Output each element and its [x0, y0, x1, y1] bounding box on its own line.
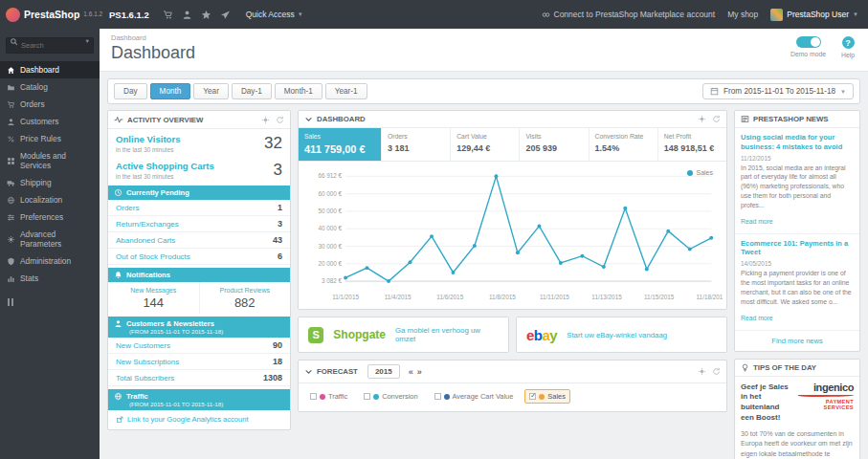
- folder-icon: [7, 83, 15, 92]
- filter-year-button[interactable]: Year: [193, 83, 229, 99]
- ebay-link[interactable]: Start uw eBay-winkel vandaag: [567, 331, 667, 339]
- news-article: Ecommerce 101: Payments in a Tweet 14/05…: [735, 234, 859, 331]
- pending-returns-link[interactable]: Return/Exchanges: [116, 220, 179, 229]
- pending-row: Abandoned Carts 43: [108, 232, 290, 249]
- sales-line-chart[interactable]: 66 912 €60 000 €50 000 €40 000 €30 000 €…: [302, 165, 723, 309]
- online-visitors-link[interactable]: Online Visitors: [116, 134, 181, 145]
- sidebar-item-customers[interactable]: Customers: [0, 113, 100, 130]
- refresh-icon[interactable]: [712, 115, 721, 123]
- svg-text:11/6/2015: 11/6/2015: [436, 294, 463, 300]
- gear-icon[interactable]: [698, 115, 706, 123]
- read-more-link[interactable]: Read more: [741, 315, 773, 321]
- active-carts-metric: Active Shopping Carts in the last 30 min…: [108, 156, 290, 183]
- sidebar-item-label: Orders: [20, 99, 45, 109]
- online-visitors-sub: in the last 30 minutes: [116, 146, 181, 153]
- sidebar-item-orders[interactable]: Orders: [0, 96, 100, 113]
- forecast-sales-toggle[interactable]: Sales: [524, 389, 570, 404]
- refresh-icon[interactable]: [276, 116, 284, 124]
- demo-mode-toggle[interactable]: [796, 36, 821, 48]
- kpi-orders[interactable]: Orders 3 181: [382, 128, 451, 161]
- date-range-picker[interactable]: From 2015-11-01 To 2015-11-18 ▼: [702, 83, 854, 99]
- news-article-title[interactable]: Using social media for your business: 4 …: [741, 133, 854, 152]
- shopgate-name: Shopgate: [333, 328, 386, 341]
- gear-icon[interactable]: [261, 116, 270, 124]
- sidebar-collapse-button[interactable]: [8, 298, 92, 306]
- sidebar-item-administration[interactable]: Administration: [0, 252, 100, 270]
- kpi-net-profit[interactable]: Net Profit 148 918,51 €: [658, 128, 726, 161]
- currently-pending-header: Currently Pending: [108, 186, 290, 200]
- filter-year-1-button[interactable]: Year-1: [325, 83, 367, 99]
- filter-day-1-button[interactable]: Day-1: [232, 83, 272, 99]
- new-customers-link[interactable]: New Customers: [116, 341, 170, 350]
- kpi-visits[interactable]: Visits 205 939: [520, 128, 589, 161]
- forecast-year-select[interactable]: 2015: [367, 364, 400, 379]
- marketplace-link[interactable]: Connect to PrestaShop Marketplace accoun…: [542, 10, 716, 19]
- forecast-traffic-toggle[interactable]: Traffic: [305, 389, 352, 404]
- previous-page-icon[interactable]: «: [409, 367, 413, 377]
- sidebar-item-stats[interactable]: Stats: [0, 270, 100, 287]
- kpi-conversion-rate[interactable]: Conversion Rate 1.54%: [590, 128, 658, 161]
- find-more-news-link[interactable]: Find more news: [735, 331, 859, 351]
- total-subscribers-link[interactable]: Total Subscribers: [116, 374, 174, 382]
- activity-overview-panel: ACTIVITY OVERVIEW Online Visitors in the…: [107, 110, 291, 430]
- sidebar-search: ▼: [6, 34, 94, 54]
- star-icon[interactable]: [201, 10, 211, 20]
- sidebar-item-price-rules[interactable]: Price Rules: [0, 130, 100, 147]
- kpi-sales[interactable]: Sales 411 759,00 €: [299, 128, 382, 161]
- active-carts-link[interactable]: Active Shopping Carts: [116, 161, 214, 172]
- chevron-down-icon[interactable]: [304, 115, 313, 123]
- pending-orders-link[interactable]: Orders: [116, 204, 139, 212]
- chevron-down-icon[interactable]: ▼: [85, 38, 90, 44]
- help-icon[interactable]: ?: [842, 36, 855, 49]
- brand-logo-box[interactable]: PrestaShop 1.6.1.2: [0, 8, 100, 22]
- person-icon[interactable]: [182, 10, 192, 20]
- new-subscriptions-link[interactable]: New Subscriptions: [116, 358, 179, 366]
- sidebar-item-localization[interactable]: Localization: [0, 191, 100, 208]
- gear-icon[interactable]: [698, 367, 706, 376]
- svg-text:11/8/2015: 11/8/2015: [489, 294, 516, 300]
- new-messages-cell[interactable]: New Messages 144: [108, 282, 199, 314]
- shopgate-link[interactable]: Ga mobiel en verhoog uw omzet: [395, 326, 499, 343]
- filter-month-button[interactable]: Month: [150, 83, 191, 99]
- out-of-stock-link[interactable]: Out of Stock Products: [116, 252, 190, 261]
- google-analytics-link[interactable]: Link to your Google Analytics account: [108, 410, 290, 429]
- product-reviews-cell[interactable]: Product Reviews 882: [199, 282, 291, 314]
- filter-month-1-button[interactable]: Month-1: [275, 83, 323, 99]
- shop-name[interactable]: PS1.6.1.2: [109, 10, 149, 20]
- breadcrumb[interactable]: Dashboard: [111, 33, 857, 42]
- user-menu[interactable]: PrestaShop User ▼: [770, 9, 858, 21]
- kpi-cart-value[interactable]: Cart Value 129,44 €: [451, 128, 520, 161]
- sidebar-item-preferences[interactable]: Preferences: [0, 208, 100, 226]
- sidebar-item-shipping[interactable]: Shipping: [0, 174, 100, 191]
- quick-access-menu[interactable]: Quick Access▼: [246, 10, 303, 19]
- chevron-down-icon: ▼: [840, 89, 846, 95]
- sidebar-item-label: Preferences: [20, 212, 63, 222]
- brand-version: 1.6.1.2: [83, 11, 102, 17]
- ingenico-logo: ingenico PAYMENT SERVICES: [798, 382, 854, 424]
- person-icon: [7, 118, 15, 126]
- globe-icon: [114, 392, 122, 401]
- news-article-date: 14/05/2015: [741, 260, 854, 267]
- news-article-excerpt: In 2015, social media are an integral pa…: [741, 164, 854, 210]
- cart-icon[interactable]: [163, 10, 173, 20]
- sidebar-item-advanced-parameters[interactable]: Advanced Parameters: [0, 226, 100, 252]
- next-page-icon[interactable]: »: [417, 367, 422, 377]
- abandoned-carts-link[interactable]: Abandoned Carts: [116, 236, 175, 245]
- paper-plane-icon[interactable]: [220, 10, 231, 20]
- sidebar-item-catalog[interactable]: Catalog: [0, 78, 100, 96]
- news-article-title[interactable]: Ecommerce 101: Payments in a Tweet: [741, 239, 854, 258]
- lightbulb-icon: [741, 363, 749, 372]
- my-shop-link[interactable]: My shop: [727, 10, 758, 19]
- filter-day-button[interactable]: Day: [114, 83, 147, 99]
- sidebar-item-dashboard[interactable]: Dashboard: [0, 61, 100, 78]
- refresh-icon[interactable]: [712, 367, 721, 376]
- forecast-conversion-toggle[interactable]: Conversion: [359, 389, 422, 404]
- sidebar-item-modules[interactable]: Modules and Services: [0, 147, 100, 174]
- forecast-avg-cart-toggle[interactable]: Average Cart Value: [430, 389, 519, 404]
- chart-legend[interactable]: Sales: [687, 169, 713, 176]
- search-input[interactable]: [6, 37, 94, 54]
- calendar-icon: [710, 87, 719, 96]
- series-color-dot: [444, 394, 450, 400]
- chevron-down-icon[interactable]: [304, 367, 313, 376]
- read-more-link[interactable]: Read more: [741, 218, 773, 225]
